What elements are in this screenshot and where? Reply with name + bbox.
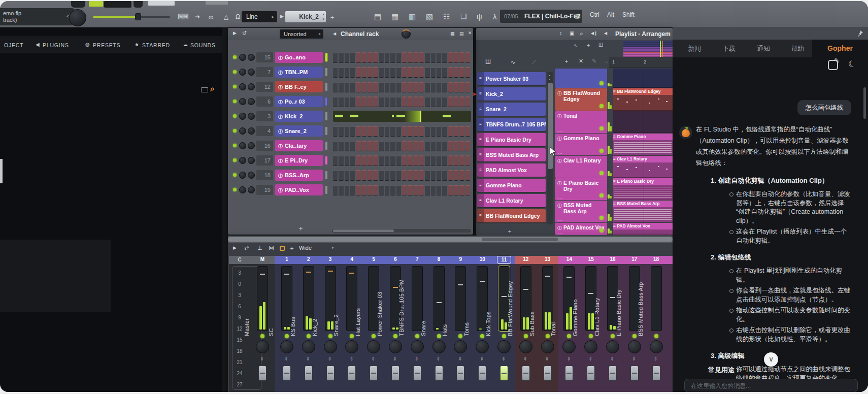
mixer-fader-handle[interactable] xyxy=(348,366,356,381)
compose-icon[interactable]: ✎ xyxy=(828,60,838,70)
playlist-lane[interactable]: ≡ BB FlatWound Edgey xyxy=(613,88,673,111)
mixer-updown-icon[interactable]: ⇕ xyxy=(502,356,506,362)
picker-item[interactable]: ≡Clav L1 Rotary xyxy=(477,194,546,207)
channel-volume-knob[interactable] xyxy=(248,113,255,120)
mixer-fader-handle[interactable] xyxy=(630,366,639,381)
track-led[interactable] xyxy=(599,171,604,175)
step-cell[interactable] xyxy=(425,141,429,151)
step-cell[interactable] xyxy=(459,126,464,137)
rack-group-selector[interactable]: Unsorted ▸ xyxy=(280,29,323,39)
mixer-pan-knob[interactable] xyxy=(432,340,446,353)
step-cell[interactable] xyxy=(437,126,441,137)
step-cell[interactable] xyxy=(414,155,418,166)
step-cell[interactable] xyxy=(425,67,429,78)
step-cell[interactable] xyxy=(465,82,470,92)
playlist-track-header[interactable]: ⓘGomme Piano… xyxy=(555,134,607,155)
rack-add-channel-icon[interactable]: ＋ xyxy=(297,224,304,233)
step-cell[interactable] xyxy=(437,141,441,151)
mixer-play-icon[interactable]: ▶ xyxy=(233,245,237,250)
mixer-fader-handle[interactable] xyxy=(435,366,443,381)
track-led[interactable] xyxy=(599,149,604,153)
browser-window-icon[interactable]: ☷ xyxy=(443,12,450,21)
mixer-track-led[interactable] xyxy=(285,334,289,338)
step-cell[interactable] xyxy=(368,67,372,78)
channel-led[interactable] xyxy=(233,144,237,147)
mixer-pan-knob[interactable] xyxy=(389,340,402,353)
mixer-fader-slot[interactable] xyxy=(651,266,662,331)
playlist-lane[interactable] xyxy=(613,69,673,88)
picker-wave-icon[interactable]: ∿ xyxy=(574,43,578,48)
step-cell[interactable] xyxy=(425,52,429,63)
mixer-track-label[interactable]: Hats xyxy=(442,324,448,336)
picker-item[interactable]: ≡Power Shaker 03 xyxy=(477,72,546,85)
picker-add-icon[interactable]: ＋ xyxy=(507,227,513,236)
mixer-track-label[interactable]: Tonal xyxy=(550,322,556,336)
step-cell[interactable] xyxy=(419,52,424,63)
step-cell[interactable] xyxy=(465,52,470,63)
mixer-updown-icon[interactable]: ⇕ xyxy=(328,356,332,362)
step-cell[interactable] xyxy=(368,170,372,181)
mixer-swap-icon[interactable]: ⇄ xyxy=(244,245,249,251)
step-cell[interactable] xyxy=(465,141,470,151)
mixer-track-number[interactable]: 13 xyxy=(541,256,555,262)
mixer-fader-handle[interactable] xyxy=(522,366,530,381)
mixer-track-label[interactable]: Kick Tops xyxy=(485,311,491,336)
ctrl-key-label[interactable]: Ctrl xyxy=(590,11,599,18)
step-cell[interactable] xyxy=(368,141,372,151)
channel-target-indicator[interactable] xyxy=(325,68,328,77)
mixer-track-led[interactable] xyxy=(415,334,419,338)
step-cell[interactable] xyxy=(414,126,418,137)
step-cell[interactable] xyxy=(339,155,343,166)
step-sequencer-window-icon[interactable]: ▦ xyxy=(391,12,398,21)
mixer-track-led[interactable] xyxy=(307,334,311,338)
playlist-lane[interactable] xyxy=(613,111,673,133)
mixer-updown-icon[interactable]: ⇕ xyxy=(437,356,441,362)
step-cell[interactable] xyxy=(379,170,384,181)
step-cell[interactable] xyxy=(431,126,436,137)
step-cell[interactable] xyxy=(402,155,407,166)
step-cell[interactable] xyxy=(396,67,401,78)
playlist-header[interactable]: ↕ ▣ ⌕ ◀❙ ◀ Playlist - Arrangem xyxy=(476,28,673,40)
mixer-track-led[interactable] xyxy=(260,334,264,338)
step-cell[interactable] xyxy=(431,155,436,166)
step-cell[interactable] xyxy=(414,52,418,63)
step-cell[interactable] xyxy=(385,170,389,181)
mixer-track-number[interactable]: 3 xyxy=(323,256,338,262)
plugin-icon[interactable]: ψ xyxy=(477,12,482,21)
track-options-dots[interactable]: … xyxy=(558,82,562,87)
mixer-pan-knob[interactable] xyxy=(628,340,641,353)
mixer-pan-knob[interactable] xyxy=(411,340,424,353)
step-cell[interactable] xyxy=(442,67,447,78)
step-cell[interactable] xyxy=(465,126,470,137)
step-cell[interactable] xyxy=(385,67,389,78)
mixer-track-led[interactable] xyxy=(437,334,441,338)
step-cell[interactable] xyxy=(454,67,458,78)
step-cell[interactable] xyxy=(459,141,464,151)
channel-rack-header[interactable]: ▶ ↺ Unsorted ▸ ◀ Channel rack ▦ ▤ ✕ xyxy=(228,28,473,40)
step-cell[interactable] xyxy=(442,141,447,151)
step-cell[interactable] xyxy=(390,126,395,137)
mixer-track-label[interactable]: Toms xyxy=(463,322,470,336)
step-cell[interactable] xyxy=(454,170,458,181)
step-cell[interactable] xyxy=(442,96,447,107)
mixer-updown-icon[interactable]: ⇕ xyxy=(566,356,571,362)
step-cell[interactable] xyxy=(350,155,355,166)
step-cell[interactable] xyxy=(339,126,343,137)
step-cell[interactable] xyxy=(356,141,360,151)
step-edit-arrow-icon[interactable]: ➔ xyxy=(195,13,200,20)
step-cell[interactable] xyxy=(402,141,407,151)
pattern-add-icon[interactable]: ＋ xyxy=(329,13,336,22)
step-cell[interactable] xyxy=(356,185,360,195)
mixer-updown-icon[interactable]: ⇕ xyxy=(349,356,353,362)
step-cell[interactable] xyxy=(408,52,412,63)
channel-led[interactable] xyxy=(233,158,237,162)
step-cell[interactable] xyxy=(459,170,464,181)
mixer-view-box-icon[interactable] xyxy=(280,246,285,251)
mixer-updown-icon[interactable]: ⇕ xyxy=(284,356,288,362)
mixer-fader-handle[interactable] xyxy=(258,366,266,381)
side-tab-2[interactable]: 下载 xyxy=(722,44,736,53)
mixer-updown-icon[interactable]: ⇕ xyxy=(588,356,592,362)
playlist-track-header[interactable]: ⓘBSS Muted Bass Arp… xyxy=(555,201,607,222)
step-cell[interactable] xyxy=(425,82,429,92)
channel-button[interactable]: ⓘBB F..ey xyxy=(275,81,323,92)
